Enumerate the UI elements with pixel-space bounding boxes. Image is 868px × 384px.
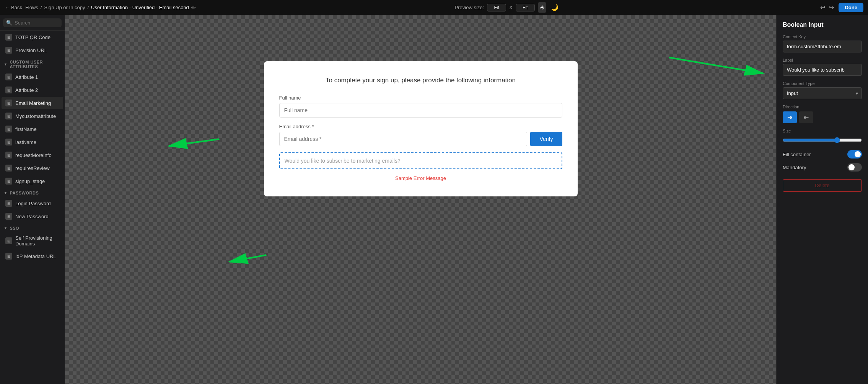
self-provisioning-icon: ⊞ [5,237,12,244]
verify-button[interactable]: Verify [530,132,562,146]
mycustomattr-icon: ⊞ [5,113,12,119]
signup-stage-label: signup_stage [15,178,45,184]
canvas-area[interactable]: To complete your sign up, please provide… [65,15,776,384]
custom-attrs-chevron: ▼ [4,62,7,66]
rtl-button[interactable]: ⇤ [799,111,813,123]
preview-fit-right[interactable] [516,4,535,11]
self-provisioning-label: Self Provisioning Domains [15,235,59,247]
search-input[interactable] [15,20,59,26]
email-input[interactable] [279,132,528,146]
sidebar-item-login-password[interactable]: ⊞ Login Password [2,197,63,209]
sidebar-item-mycustomattr[interactable]: ⊞ Mycustomattribute [2,110,63,122]
signup-stage-icon: ⊞ [5,178,12,185]
custom-attributes-header[interactable]: ▼ CUSTOM USER ATTRIBUTES [0,57,65,70]
subscribe-group: Would you like to subscribe to marketing… [279,152,562,169]
label-field: Label [783,58,862,76]
sso-label: SSO [10,226,19,230]
back-button[interactable]: ← Back [5,5,22,10]
label-input[interactable] [783,64,862,76]
custom-attrs-label: CUSTOM USER ATTRIBUTES [10,60,61,69]
requiresreview-label: requiresReview [15,165,50,171]
mandatory-slider [847,163,862,172]
mandatory-label: Mandatory [783,165,806,170]
preview-fit-left[interactable] [487,4,506,11]
mandatory-row: Mandatory [783,163,862,172]
firstname-icon: ⊞ [5,126,12,132]
svg-line-3 [230,255,266,262]
idp-metadata-label: IdP Metadata URL [15,253,56,259]
sidebar-item-provision-url[interactable]: ⊞ Provision URL [2,44,63,56]
passwords-label: PASSWORDS [10,191,39,195]
lastname-icon: ⊞ [5,139,12,145]
sidebar-item-signup-stage[interactable]: ⊞ signup_stage [2,175,63,187]
breadcrumb-sep1: / [41,5,42,10]
context-key-input[interactable] [783,41,862,52]
firstname-label: firstName [15,126,37,132]
undo-button[interactable]: ↩ [819,2,827,13]
passwords-header[interactable]: ▼ PASSWORDS [0,188,65,197]
ltr-button[interactable]: ⇥ [783,111,797,123]
right-panel: Boolean Input Context Key Label Componen… [776,15,868,384]
back-label: Back [11,5,22,10]
breadcrumb: Flows / Sign Up or In copy / User Inform… [25,5,196,11]
new-password-icon: ⊞ [5,213,12,220]
direction-buttons: ⇥ ⇤ [783,111,862,123]
breadcrumb-copy[interactable]: Sign Up or In copy [44,5,85,10]
provision-url-label: Provision URL [15,47,47,53]
sidebar-item-new-password[interactable]: ⊞ New Password [2,210,63,222]
sso-header[interactable]: ▼ SSO [0,223,65,232]
sidebar-item-self-provisioning[interactable]: ⊞ Self Provisioning Domains [2,232,63,249]
sidebar-item-email-marketing[interactable]: ⊞ Email Marketing [2,97,63,109]
email-marketing-label: Email Marketing [15,100,51,106]
lastname-label: lastName [15,139,36,145]
sidebar-item-attribute1[interactable]: ⊞ Attribute 1 [2,71,63,83]
subscribe-box[interactable]: Would you like to subscribe to marketing… [279,152,562,169]
sidebar: 🔍 ⊞ TOTP QR Code ⊞ Provision URL ▼ CUSTO… [0,15,65,384]
sidebar-item-requiresreview[interactable]: ⊞ requiresReview [2,162,63,174]
size-field: Size [783,129,862,145]
redo-button[interactable]: ↪ [827,2,835,13]
passwords-chevron: ▼ [4,191,7,195]
sidebar-item-lastname[interactable]: ⊞ lastName [2,136,63,148]
dark-mode-icon[interactable]: 🌙 [549,2,560,13]
search-icon: 🔍 [6,20,12,26]
breadcrumb-sep2: / [87,5,89,10]
mycustomattr-label: Mycustomattribute [15,113,56,119]
context-key-label: Context Key [783,34,862,39]
full-name-input[interactable] [279,103,562,118]
requestmoreinfo-icon: ⊞ [5,152,12,159]
breadcrumb-current: User Information - Unverified - Email se… [91,5,189,10]
breadcrumb-flows[interactable]: Flows [25,5,38,10]
attr2-label: Attribute 2 [15,87,38,93]
attr1-icon: ⊞ [5,74,12,80]
sidebar-item-idp-metadata[interactable]: ⊞ IdP Metadata URL [2,250,63,262]
mandatory-toggle[interactable] [847,163,862,172]
topbar-left: ← Back Flows / Sign Up or In copy / User… [5,5,196,11]
error-message: Sample Error Message [279,175,562,181]
preview-size-label: Preview size: [455,5,484,10]
light-mode-icon[interactable]: ☀ [538,2,546,13]
size-slider[interactable] [783,137,862,143]
main-layout: 🔍 ⊞ TOTP QR Code ⊞ Provision URL ▼ CUSTO… [0,15,868,384]
fill-container-toggle[interactable] [847,150,862,159]
sidebar-item-firstname[interactable]: ⊞ firstName [2,123,63,135]
sidebar-item-attribute2[interactable]: ⊞ Attribute 2 [2,84,63,96]
component-type-select-wrap: Input Checkbox Toggle [783,87,862,99]
component-type-select[interactable]: Input Checkbox Toggle [783,87,862,99]
topbar: ← Back Flows / Sign Up or In copy / User… [0,0,868,15]
full-name-label: Full name [279,95,562,101]
email-label: Email address * [279,124,562,129]
edit-title-icon[interactable]: ✏ [191,5,196,11]
subscribe-placeholder: Would you like to subscribe to marketing… [285,158,401,164]
done-button[interactable]: Done [839,3,863,12]
sidebar-item-totp[interactable]: ⊞ TOTP QR Code [2,31,63,43]
attr1-label: Attribute 1 [15,74,38,80]
totp-label: TOTP QR Code [15,34,50,40]
topbar-center: Preview size: X ☀ 🌙 [455,2,560,13]
component-type-field: Component Type Input Checkbox Toggle [783,81,862,99]
login-password-label: Login Password [15,201,51,206]
new-password-label: New Password [15,214,49,219]
fill-container-label: Fill container [783,152,811,157]
delete-button[interactable]: Delete [783,179,862,192]
sidebar-item-requestmoreinfo[interactable]: ⊞ requestMoreInfo [2,149,63,161]
